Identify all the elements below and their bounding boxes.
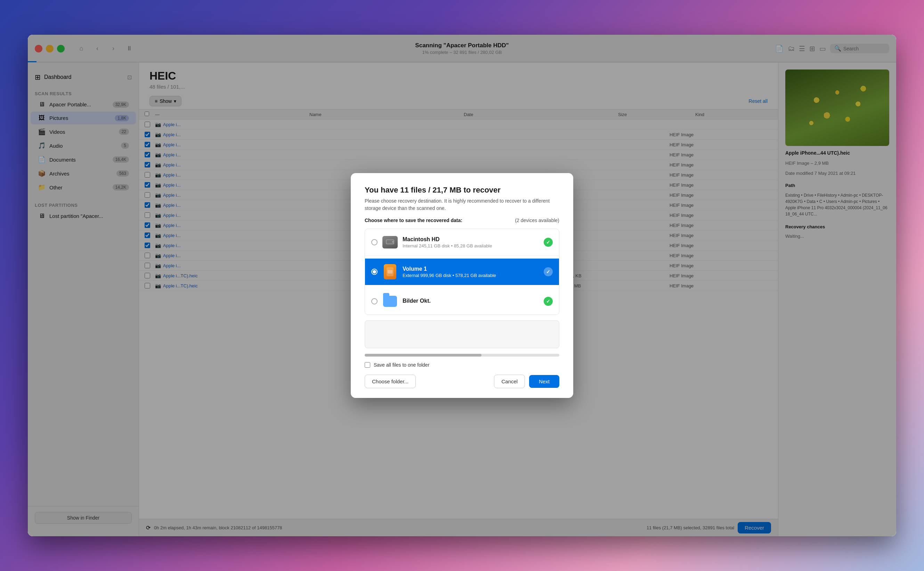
macintosh-hd-meta: Internal 245,11 GB disk • 85,28 GB avail… <box>403 243 539 248</box>
bilder-name: Bilder Okt. <box>403 298 539 304</box>
folder-blue-icon <box>383 296 397 307</box>
modal-overlay: You have 11 files / 21,7 MB to recover P… <box>28 35 896 536</box>
device-radio-bilder[interactable] <box>371 298 377 304</box>
device-radio-macintosh[interactable] <box>371 239 377 245</box>
modal-choose-label: Choose where to save the recovered data:… <box>365 218 559 223</box>
next-button[interactable]: Next <box>529 375 559 388</box>
save-to-folder-label: Save all files to one folder <box>374 362 429 368</box>
device-macintosh-hd[interactable]: Macintosh HD Internal 245,11 GB disk • 8… <box>365 229 559 256</box>
hdd-icon <box>382 236 398 248</box>
macintosh-hd-status: ✓ <box>544 238 553 247</box>
cancel-button[interactable]: Cancel <box>494 375 525 388</box>
macintosh-icon-wrap <box>382 235 398 250</box>
volume1-info: Volume 1 External 999,96 GB disk • 578,2… <box>403 266 539 278</box>
device-radio-inner <box>372 270 376 273</box>
svg-point-2 <box>392 241 394 242</box>
volume1-name: Volume 1 <box>403 266 539 272</box>
device-bilder-okt[interactable]: Bilder Okt. ✓ <box>365 288 559 315</box>
recovery-modal: You have 11 files / 21,7 MB to recover P… <box>351 173 573 398</box>
device-volume-1[interactable]: Volume 1 External 999,96 GB disk • 578,2… <box>365 259 559 286</box>
modal-choose-label-text: Choose where to save the recovered data: <box>365 218 462 223</box>
volume1-icon-wrap <box>382 264 398 279</box>
save-to-folder-checkbox[interactable] <box>365 362 370 368</box>
modal-buttons: Choose folder... Cancel Next <box>365 375 559 388</box>
modal-description: Please choose recovery destination. It i… <box>365 198 559 212</box>
device-list: Macintosh HD Internal 245,11 GB disk • 8… <box>365 229 559 315</box>
orange-drive-icon <box>384 264 396 279</box>
volume1-status: ✓ <box>544 267 553 276</box>
bilder-icon-wrap <box>382 294 398 309</box>
svg-rect-4 <box>388 270 392 273</box>
device-radio-volume1[interactable] <box>371 269 377 275</box>
modal-empty-area <box>365 320 559 348</box>
bilder-status: ✓ <box>544 297 553 306</box>
modal-scrollbar-thumb <box>365 354 482 356</box>
choose-folder-button[interactable]: Choose folder... <box>365 375 416 388</box>
volume1-meta: External 999,96 GB disk • 578,21 GB avai… <box>403 273 539 278</box>
save-to-folder-row: Save all files to one folder <box>365 362 559 368</box>
modal-title: You have 11 files / 21,7 MB to recover <box>365 185 559 194</box>
main-window: ⌂ ‹ › ⏸ Scanning "Apacer Portable HDD" 1… <box>28 35 896 536</box>
modal-scrollbar[interactable] <box>365 354 559 356</box>
modal-devices-count: (2 devices available) <box>515 218 559 223</box>
macintosh-hd-name: Macintosh HD <box>403 236 539 242</box>
bilder-info: Bilder Okt. <box>403 298 539 305</box>
macintosh-hd-info: Macintosh HD Internal 245,11 GB disk • 8… <box>403 236 539 248</box>
